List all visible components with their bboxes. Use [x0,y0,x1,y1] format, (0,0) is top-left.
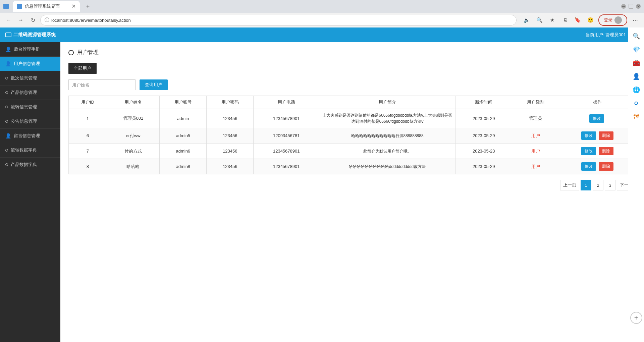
right-tools-icon[interactable]: 🧰 [630,57,642,69]
page-1-button[interactable]: 1 [581,180,591,190]
cell-name: 付的方式 [107,144,160,159]
cell-id: 7 [69,144,107,159]
cell-operations: 修改 删除 [559,128,636,144]
cell-add-time: 2023-05-29 [455,128,512,144]
browser-action-icons: 🔈 🔍 ★ 🨠 🔖 🙂 登录 ⋯ [522,14,640,26]
maximize-button[interactable] [629,4,633,9]
all-users-button[interactable]: 全部用户 [68,63,97,74]
right-sidebar-panel: 🔍 💎 🧰 👤 🌐 O 🗺 + [628,27,644,329]
app-header: 二维码溯源管理系统 当前用户: 管理员001 退出 [0,27,644,42]
prev-page-button[interactable]: 上一页 [560,180,579,190]
cell-bio: 士大夫感到是否达到辐射的都是66666fdgdbdbdb稣方法v,士大夫感到是否… [319,109,455,128]
zoom-button[interactable]: 🔍 [535,15,544,25]
sidebar-item-product-dict[interactable]: 产品数据字典 [0,158,60,172]
cell-account: admin8 [160,159,207,174]
refresh-button[interactable]: ↻ [28,15,38,25]
col-user-account: 用户账号 [160,96,207,109]
sidebar-item-user-management[interactable]: 👤 用户信息管理 [0,57,60,71]
admin-handbook-icon: 👤 [5,47,11,52]
col-user-bio: 用户简介 [319,96,455,109]
cell-account: admin [160,109,207,128]
cell-account: admin5 [160,128,207,144]
sidebar-item-admin-handbook[interactable]: 👤 后台管理手册 [0,42,60,57]
edit-button-6[interactable]: 修改 [581,131,596,140]
tab-title: 信息管理系统界面 [25,3,69,9]
forward-button[interactable]: → [16,15,25,25]
profile-button[interactable]: 🙂 [586,15,595,25]
collections-button[interactable]: 🔖 [573,15,582,25]
main-layout: 👤 后台管理手册 👤 用户信息管理 批次信息管理 产品信息管理 流转信息管理 [0,42,644,342]
new-tab-button[interactable]: + [83,1,93,12]
cell-name: 管理员001 [107,109,160,128]
sidebar-item-product-management[interactable]: 产品信息管理 [0,86,60,100]
tab-favicon [17,4,22,9]
favorites-button[interactable]: ★ [547,15,557,25]
search-button[interactable]: 查询用户 [140,79,168,90]
edit-button-8[interactable]: 修改 [581,162,596,171]
user-management-icon: 👤 [5,61,11,66]
product-dict-icon [5,163,8,166]
delete-button-8[interactable]: 删除 [599,162,613,171]
cell-level: 用户 [512,128,559,144]
col-user-level: 用户级别 [512,96,559,109]
minimize-button[interactable]: ─ [621,4,626,9]
back-button[interactable]: ← [4,15,13,25]
cell-bio: 哈哈哈哈哈哈哈哈哈哈ddddddddddd该方法 [319,159,455,174]
users-table: 用户ID 用户姓名 用户账号 用户密码 用户电话 用户简介 新增时间 用户级别 … [68,96,636,174]
address-info-icon: ⓘ [45,17,49,23]
right-add-button[interactable]: + [630,312,642,324]
cell-password: 123456 [207,109,254,128]
page-3-button[interactable]: 3 [605,180,615,190]
page-title: 用户管理 [77,49,99,56]
right-outlook-icon[interactable]: O [630,97,642,109]
right-search-icon[interactable]: 🔍 [630,30,642,42]
cell-password: 123456 [207,144,254,159]
tab-close-button[interactable]: ✕ [71,4,76,9]
cell-phone: 12093456781 [254,128,319,144]
app-logo: 二维码溯源管理系统 [5,32,56,38]
sidebar: 👤 后台管理手册 👤 用户信息管理 批次信息管理 产品信息管理 流转信息管理 [0,42,60,342]
extensions-button[interactable]: 🨠 [560,15,570,25]
sidebar-item-flow-dict[interactable]: 流转数据字典 [0,143,60,158]
col-user-name: 用户姓名 [107,96,160,109]
sidebar-item-announcement-management[interactable]: 公告信息管理 [0,114,60,129]
col-operations: 操作 [559,96,636,109]
app-container: 二维码溯源管理系统 当前用户: 管理员001 退出 👤 后台管理手册 👤 用户信… [0,27,644,342]
announcement-icon [5,120,8,123]
cell-phone: 12345678901 [254,109,319,128]
flow-dict-icon [5,149,8,152]
toolbar: 全部用户 [68,63,636,74]
delete-button-6[interactable]: 删除 [599,131,613,140]
edit-button-1[interactable]: 修改 [589,114,604,123]
edit-button-7[interactable]: 修改 [581,147,596,155]
page-2-button[interactable]: 2 [593,180,603,190]
right-maps-icon[interactable]: 🗺 [630,111,642,123]
address-bar[interactable]: ⓘ localhost:8080/erweima/tohoutaisy.acti… [40,15,517,25]
cell-password: 123456 [207,159,254,174]
close-window-button[interactable]: ✕ [636,4,641,9]
pagination: 上一页 1 2 3 下一页 [68,180,636,190]
search-input[interactable] [68,79,136,90]
sidebar-item-label: 公告信息管理 [11,118,37,124]
delete-button-7[interactable]: 删除 [599,147,613,155]
sidebar-item-message-management[interactable]: 👤 留言信息管理 [0,129,60,143]
page-title-row: 用户管理 [68,49,636,56]
right-globe-icon[interactable]: 🌐 [630,84,642,96]
sidebar-item-flow-management[interactable]: 流转信息管理 [0,100,60,114]
product-management-icon [5,91,8,94]
logo-icon [5,33,11,37]
message-icon: 👤 [5,133,11,138]
sidebar-item-label: 用户信息管理 [14,61,40,67]
table-header: 用户ID 用户姓名 用户账号 用户密码 用户电话 用户简介 新增时间 用户级别 … [69,96,636,109]
cell-id: 8 [69,159,107,174]
right-user-icon[interactable]: 👤 [630,70,642,82]
right-gem-icon[interactable]: 💎 [630,44,642,56]
table-row: 7 付的方式 admin6 123456 12345678901 此简介为默认用… [69,144,636,159]
login-button[interactable]: 登录 [598,14,627,26]
browser-menu-button[interactable]: ⋯ [631,15,640,25]
sidebar-item-batch-management[interactable]: 批次信息管理 [0,71,60,86]
cell-level: 用户 [512,159,559,174]
read-aloud-button[interactable]: 🔈 [522,15,531,25]
browser-tab[interactable]: 信息管理系统界面 ✕ [13,1,80,12]
cell-add-time: 2023-05-29 [455,159,512,174]
